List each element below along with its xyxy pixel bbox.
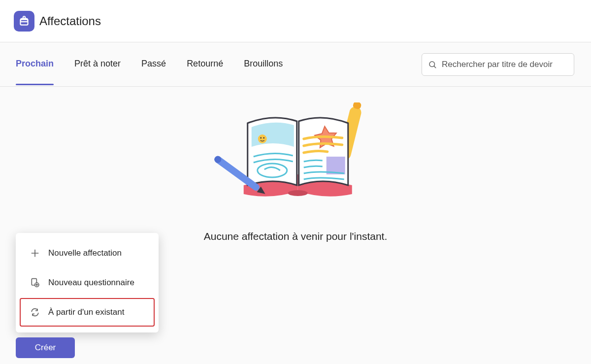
menu-item-label: Nouveau questionnaire bbox=[48, 278, 134, 288]
menu-item-nouveau-questionnaire[interactable]: Nouveau questionnaire bbox=[20, 268, 155, 297]
search-box[interactable] bbox=[422, 53, 574, 76]
menu-item-label: Nouvelle affectation bbox=[48, 248, 122, 258]
empty-state-illustration bbox=[214, 102, 377, 216]
menu-item-a-partir-dun-existant[interactable]: À partir d'un existant bbox=[20, 298, 155, 327]
menu-item-label: À partir d'un existant bbox=[48, 307, 124, 317]
main-content: Aucune affectation à venir pour l'instan… bbox=[0, 87, 591, 364]
app-icon bbox=[14, 11, 34, 32]
tab-retourne[interactable]: Retourné bbox=[187, 56, 223, 73]
empty-state: Aucune affectation à venir pour l'instan… bbox=[204, 102, 388, 242]
svg-point-5 bbox=[258, 134, 267, 143]
tab-brouillons[interactable]: Brouillons bbox=[244, 56, 283, 73]
tab-prochain[interactable]: Prochain bbox=[16, 56, 54, 73]
quiz-icon bbox=[30, 277, 40, 288]
svg-line-1 bbox=[434, 66, 435, 67]
sync-icon bbox=[30, 307, 40, 318]
tab-passe[interactable]: Passé bbox=[141, 56, 166, 73]
menu-item-nouvelle-affectation[interactable]: Nouvelle affectation bbox=[20, 239, 155, 267]
app-title: Affectations bbox=[39, 14, 101, 28]
search-icon bbox=[428, 60, 437, 69]
tabs: Prochain Prêt à noter Passé Retourné Bro… bbox=[16, 56, 283, 73]
plus-icon bbox=[30, 248, 40, 259]
create-button[interactable]: Créer bbox=[16, 337, 75, 358]
empty-state-message: Aucune affectation à venir pour l'instan… bbox=[204, 231, 388, 242]
search-input[interactable] bbox=[442, 60, 568, 69]
svg-point-7 bbox=[263, 137, 265, 139]
svg-point-4 bbox=[288, 190, 308, 196]
backpack-icon bbox=[18, 15, 31, 28]
svg-point-6 bbox=[261, 137, 262, 139]
create-menu: Nouvelle affectation Nouveau questionnai… bbox=[16, 233, 159, 332]
app-header: Affectations bbox=[0, 0, 591, 42]
tab-bar: Prochain Prêt à noter Passé Retourné Bro… bbox=[0, 42, 591, 87]
tab-pret-a-noter[interactable]: Prêt à noter bbox=[74, 56, 121, 73]
